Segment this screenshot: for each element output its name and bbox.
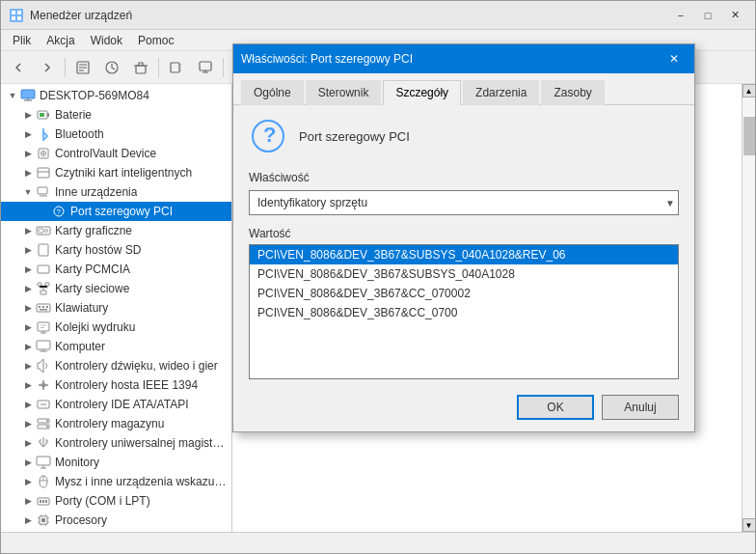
ide-icon [36, 397, 51, 412]
tab-sterownik[interactable]: Sterownik [306, 80, 382, 105]
inne-expand[interactable]: ▼ [20, 184, 36, 200]
monitory-expand[interactable]: ▶ [20, 455, 36, 470]
tree-item-usb[interactable]: ▶ Kontrolery uniwersalnej magistra... [1, 433, 231, 453]
baterie-expand[interactable]: ▶ [20, 107, 36, 123]
tree-item-monitory[interactable]: ▶ Monitory [1, 453, 231, 472]
main-scrollbar[interactable]: ▲ ▼ [742, 84, 755, 532]
svg-rect-39 [42, 306, 44, 308]
computer-properties-button[interactable] [192, 54, 219, 81]
svg-rect-34 [40, 291, 46, 294]
kolejki-label: Kolejki wydruku [55, 320, 135, 334]
title-bar: Menedżer urządzeń − □ ✕ [1, 1, 755, 30]
tree-root[interactable]: ▼ DESKTOP-569MO84 [1, 86, 231, 105]
forward-button[interactable] [34, 54, 61, 81]
bluetooth-label: Bluetooth [55, 127, 104, 141]
czytniki-expand[interactable]: ▶ [20, 165, 36, 180]
procesory-expand[interactable]: ▶ [20, 512, 36, 528]
property-select-wrapper[interactable]: Identyfikatory sprzętu ▼ [249, 190, 679, 215]
svg-rect-25 [38, 187, 47, 194]
update-driver-button[interactable] [98, 54, 125, 81]
dialog-buttons: OK Anuluj [249, 395, 679, 420]
svg-rect-11 [171, 63, 179, 72]
tree-item-dzwiek[interactable]: ▶ Kontrolery dźwięku, wideo i gier [1, 356, 231, 375]
kolejki-expand[interactable]: ▶ [20, 319, 36, 335]
close-button[interactable]: ✕ [722, 6, 747, 25]
root-expand[interactable]: ▼ [5, 88, 20, 103]
value-list[interactable]: PCI\VEN_8086&DEV_3B67&SUBSYS_040A1028&RE… [249, 244, 679, 379]
scroll-track[interactable] [742, 97, 756, 518]
tab-szczegoly[interactable]: Szczegóły [383, 80, 461, 105]
karty-graf-expand[interactable]: ▶ [20, 223, 36, 238]
ide-expand[interactable]: ▶ [20, 397, 36, 412]
uninstall-button[interactable] [127, 54, 154, 81]
tree-item-porty[interactable]: ▶ Porty (COM i LPT) [1, 491, 231, 511]
tree-item-czytniki[interactable]: ▶ Czytniki kart inteligentnych [1, 163, 231, 182]
tree-item-procesory[interactable]: ▶ Procesory [1, 511, 231, 530]
bluetooth-expand[interactable]: ▶ [20, 126, 36, 142]
value-item-0[interactable]: PCI\VEN_8086&DEV_3B67&SUBSYS_040A1028&RE… [250, 245, 678, 264]
port-expand[interactable] [36, 204, 51, 219]
maximize-button[interactable]: □ [695, 6, 720, 25]
computer-icon [20, 88, 36, 103]
klawiatury-expand[interactable]: ▶ [20, 300, 36, 316]
tree-item-bluetooth[interactable]: ▶ Bluetooth [1, 125, 231, 144]
karty-pc-label: Karty PCMCIA [55, 263, 130, 276]
tree-item-kolejki[interactable]: ▶ Kolejki wydruku [1, 318, 231, 337]
karty-sd-expand[interactable]: ▶ [20, 242, 36, 258]
magazyn-expand[interactable]: ▶ [20, 416, 36, 431]
ok-button[interactable]: OK [517, 395, 594, 420]
minimize-button[interactable]: − [668, 6, 693, 25]
app-icon [9, 8, 24, 23]
scroll-up-btn[interactable]: ▲ [742, 84, 756, 97]
tree-item-komputer[interactable]: ▶ Komputer [1, 337, 231, 356]
tree-item-klawiatury[interactable]: ▶ Klawiatury [1, 298, 231, 318]
property-select[interactable]: Identyfikatory sprzętu [249, 190, 679, 215]
value-item-1[interactable]: PCI\VEN_8086&DEV_3B67&SUBSYS_040A1028 [250, 264, 678, 284]
tree-item-mysz[interactable]: ▶ Mysz i inne urządzenia wskazując... [1, 472, 231, 491]
karty-pc-expand[interactable]: ▶ [20, 262, 36, 277]
tree-item-port-pci[interactable]: ? Port szeregowy PCI [1, 202, 231, 221]
tab-ogolne[interactable]: Ogólne [241, 80, 304, 105]
svg-rect-36 [45, 283, 49, 286]
porty-expand[interactable]: ▶ [20, 493, 36, 509]
cancel-button[interactable]: Anuluj [602, 395, 679, 420]
tree-item-karty-siec[interactable]: ▶ Karty sieciowe [1, 279, 231, 298]
magazyn-icon [36, 416, 51, 431]
porty-icon [36, 493, 51, 509]
mysz-expand[interactable]: ▶ [20, 474, 36, 489]
tab-zasoby[interactable]: Zasoby [541, 80, 604, 105]
tree-item-baterie[interactable]: ▶ Baterie [1, 105, 231, 125]
value-item-2[interactable]: PCI\VEN_8086&DEV_3B67&CC_070002 [250, 284, 678, 303]
ieee-expand[interactable]: ▶ [20, 377, 36, 393]
menu-akcja[interactable]: Akcja [39, 32, 82, 49]
svg-rect-4 [17, 16, 21, 20]
tab-zdarzenia[interactable]: Zdarzenia [463, 80, 539, 105]
scan-hardware-button[interactable] [163, 54, 190, 81]
svg-rect-30 [39, 229, 43, 233]
menu-widok[interactable]: Widok [83, 32, 130, 49]
usb-expand[interactable]: ▶ [20, 435, 36, 451]
tree-item-inne[interactable]: ▼ Inne urządzenia [1, 182, 231, 202]
scroll-thumb[interactable] [743, 117, 755, 155]
scroll-down-btn[interactable]: ▼ [742, 518, 756, 532]
tree-item-controlvault[interactable]: ▶ ControlVault Device [1, 144, 231, 163]
tree-item-magazyn[interactable]: ▶ Kontrolery magazynu [1, 414, 231, 433]
back-button[interactable] [5, 54, 32, 81]
tree-item-karty-graf[interactable]: ▶ Karty graficzne [1, 221, 231, 240]
menu-pomoc[interactable]: Pomoc [130, 32, 181, 49]
komputer-expand[interactable]: ▶ [20, 339, 36, 354]
device-tree[interactable]: ▼ DESKTOP-569MO84 ▶ Baterie ▶ [1, 84, 232, 532]
menu-plik[interactable]: Plik [5, 32, 39, 49]
properties-button[interactable] [69, 54, 96, 81]
dzwiek-expand[interactable]: ▶ [20, 358, 36, 374]
tree-item-karty-sd[interactable]: ▶ Karty hostów SD [1, 240, 231, 260]
tree-item-ide[interactable]: ▶ Kontrolery IDE ATA/ATAPI [1, 395, 231, 414]
value-item-3[interactable]: PCI\VEN_8086&DEV_3B67&CC_0700 [250, 303, 678, 322]
dialog-close-button[interactable]: ✕ [662, 48, 687, 69]
karty-siec-expand[interactable]: ▶ [20, 281, 36, 296]
tree-item-ieee[interactable]: ▶ Kontrolery hosta IEEE 1394 [1, 375, 231, 395]
czytniki-icon [36, 165, 51, 180]
property-section-label: Właściwość [249, 171, 679, 184]
tree-item-karty-pc[interactable]: ▶ Karty PCMCIA [1, 260, 231, 279]
controlvault-expand[interactable]: ▶ [20, 146, 36, 161]
